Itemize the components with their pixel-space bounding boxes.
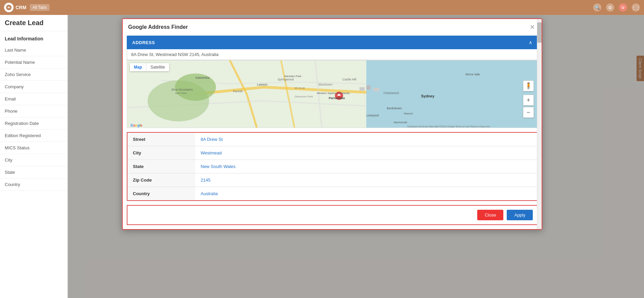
street-value: 8A Drew St — [195, 133, 537, 146]
map-controls: 🧍 + − — [523, 80, 534, 118]
field-company: Company — [0, 81, 67, 93]
state-label: State — [127, 160, 195, 173]
logo-icon — [4, 3, 14, 12]
country-label: Country — [127, 187, 195, 200]
svg-text:Castle Hill: Castle Hill — [342, 78, 356, 81]
address-search-input[interactable] — [127, 49, 538, 60]
svg-rect-6 — [366, 86, 370, 90]
field-country: Country — [0, 179, 67, 191]
street-view-button[interactable]: 🧍 — [523, 80, 534, 91]
svg-rect-7 — [373, 88, 379, 91]
table-row-country: Country Australia — [127, 187, 537, 200]
svg-text:Keyboard shortcuts  Map data ©: Keyboard shortcuts Map data ©2022 Google… — [407, 125, 490, 128]
crm-label: CRM — [16, 5, 26, 10]
modal-footer-border: Close Apply — [127, 205, 538, 225]
search-icon[interactable]: 🔍 — [593, 3, 601, 12]
street-label: Street — [127, 133, 195, 146]
address-data-table: Street 8A Drew St City Westmead State Ne… — [127, 132, 538, 201]
top-bar: CRM All Tabs 🔍 ⚙ U ⋮⋮ — [0, 0, 644, 15]
zoom-in-button[interactable]: + — [523, 95, 534, 106]
field-potential-name: Potential Name — [0, 56, 67, 69]
close-button[interactable]: Close — [477, 210, 503, 220]
zoom-out-button[interactable]: − — [523, 107, 534, 118]
apply-button[interactable]: Apply — [507, 210, 533, 220]
create-lead-header: Create Lead — [0, 15, 67, 31]
city-label: City — [127, 146, 195, 160]
table-row-state: State New South Wales — [127, 160, 537, 173]
svg-text:Blacktown: Blacktown — [319, 83, 333, 86]
logo: CRM — [4, 3, 26, 12]
main-area: Google Address Finder ✕ ADDRESS ∧ — [68, 15, 644, 298]
grid-icon[interactable]: ⋮⋮ — [632, 3, 640, 12]
svg-text:Blue Mountains: Blue Mountains — [172, 88, 193, 91]
svg-text:Marrickville: Marrickville — [394, 121, 408, 124]
svg-text:Mona Vale: Mona Vale — [465, 73, 480, 76]
svg-text:Mascot: Mascot — [404, 112, 413, 115]
create-lead-title: Create Lead — [5, 19, 63, 27]
field-edition-registered: Edition Registered — [0, 130, 67, 142]
svg-text:Mt Druitt: Mt Druitt — [295, 87, 305, 90]
state-value: New South Wales — [195, 160, 537, 173]
modal-title: Google Address Finder — [128, 24, 188, 30]
svg-text:Western Sydney Parklands: Western Sydney Parklands — [317, 92, 350, 95]
svg-text:Katoomba: Katoomba — [196, 76, 210, 79]
map-tab-map[interactable]: Map — [130, 63, 146, 71]
svg-rect-5 — [360, 87, 365, 91]
field-zoho-service: Zoho Service — [0, 69, 67, 81]
field-mics-status: MICS Status — [0, 142, 67, 154]
scrollbar-thumb[interactable] — [537, 22, 542, 43]
svg-text:Chatswood: Chatswood — [383, 91, 399, 95]
svg-text:Lawson: Lawson — [257, 83, 267, 86]
zipcode-label: Zip Code — [127, 173, 195, 187]
svg-text:Marsden Park: Marsden Park — [284, 75, 302, 78]
table-row-zipcode: Zip Code 2145 — [127, 173, 537, 187]
svg-text:Sydney: Sydney — [421, 94, 435, 98]
modal-title-bar: Google Address Finder ✕ — [123, 19, 542, 36]
map-container: Blue Mountains Nat'l Park Penrith Spring… — [127, 60, 538, 128]
svg-text:Glenmore Park: Glenmore Park — [295, 95, 313, 98]
svg-text:Google: Google — [130, 124, 142, 127]
map-tabs: Map Satellite — [130, 63, 169, 71]
svg-text:Liverpool: Liverpool — [366, 114, 379, 117]
settings-icon[interactable]: ⚙ — [606, 3, 614, 12]
svg-text:Bankstown: Bankstown — [387, 107, 402, 110]
country-value: Australia — [195, 187, 537, 200]
table-row-street: Street 8A Drew St — [127, 133, 537, 146]
left-panel: Create Lead Lead Information Last Name P… — [0, 15, 68, 298]
lead-information-label: Lead Information — [0, 31, 67, 44]
all-tabs-button[interactable]: All Tabs — [30, 4, 49, 11]
modal-close-x-button[interactable]: ✕ — [528, 23, 536, 31]
field-city: City — [0, 154, 67, 166]
field-state: State — [0, 166, 67, 179]
field-email: Email — [0, 93, 67, 105]
google-address-finder-modal: Google Address Finder ✕ ADDRESS ∧ — [122, 18, 542, 230]
address-header: ADDRESS ∧ — [127, 36, 538, 49]
modal-scrollbar[interactable] — [537, 19, 542, 229]
user-icon[interactable]: U — [619, 3, 627, 12]
field-last-name: Last Name — [0, 44, 67, 56]
zipcode-value: 2145 — [195, 173, 537, 187]
svg-text:Springwood: Springwood — [278, 78, 294, 81]
svg-text:Penrith: Penrith — [233, 90, 243, 93]
map-tab-satellite[interactable]: Satellite — [146, 63, 169, 71]
table-row-city: City Westmead — [127, 146, 537, 160]
svg-text:Parramatta: Parramatta — [329, 96, 345, 100]
field-phone: Phone — [0, 105, 67, 117]
svg-text:Nat'l Park: Nat'l Park — [175, 92, 187, 95]
address-section: ADDRESS ∧ — [127, 36, 538, 128]
top-bar-right: 🔍 ⚙ U ⋮⋮ — [593, 3, 640, 12]
city-value: Westmead — [195, 146, 537, 160]
field-registration-date: Registration Date — [0, 117, 67, 130]
address-section-label: ADDRESS — [132, 40, 155, 45]
address-chevron-icon[interactable]: ∧ — [529, 40, 532, 45]
